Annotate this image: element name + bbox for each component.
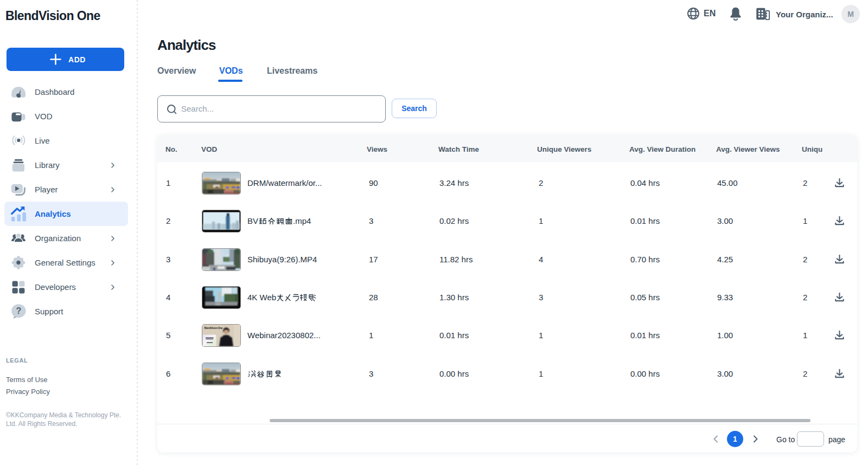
- svg-text:BlendVision One: BlendVision One: [205, 327, 223, 330]
- svg-text:?: ?: [16, 306, 22, 315]
